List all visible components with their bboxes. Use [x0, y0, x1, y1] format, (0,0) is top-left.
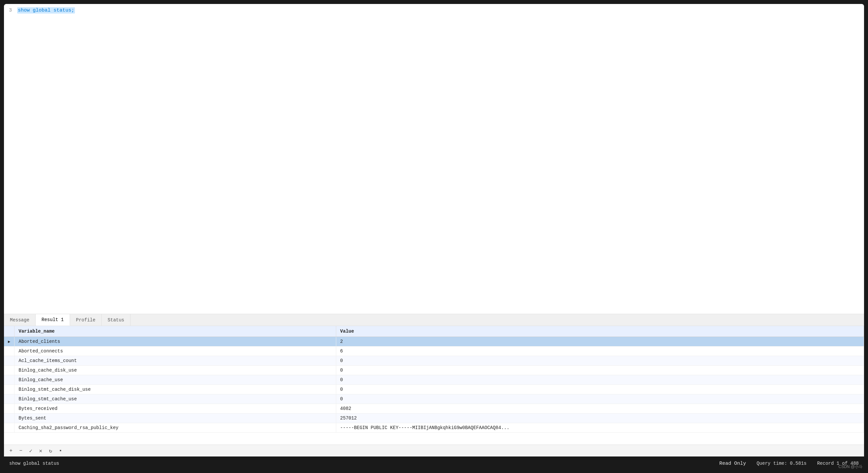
tab-profile[interactable]: Profile: [70, 314, 102, 326]
table-row[interactable]: Binlog_stmt_cache_disk_use0: [4, 385, 864, 395]
toolbar-delete-btn[interactable]: −: [17, 447, 25, 454]
table-row[interactable]: Bytes_received4082: [4, 404, 864, 414]
toolbar-apply-btn[interactable]: ✓: [27, 447, 34, 455]
toolbar-refresh-btn[interactable]: ↻: [47, 447, 54, 455]
status-query-time-value: 0.581s: [790, 461, 807, 466]
cell-variable-name: Aborted_clients: [14, 337, 336, 346]
cell-value: -----BEGIN PUBLIC KEY-----MIIBIjANBgkqhk…: [336, 423, 864, 433]
code-line-3: 3 show global status;: [4, 7, 864, 14]
row-indicator: [4, 404, 14, 414]
code-section[interactable]: 3 show global status;: [4, 4, 864, 314]
result-area[interactable]: Variable_name Value ▶Aborted_clients2Abo…: [4, 326, 864, 445]
tabs-bar: Message Result 1 Profile Status: [4, 314, 864, 326]
status-read-only: Read Only: [719, 461, 746, 466]
result-table: Variable_name Value ▶Aborted_clients2Abo…: [4, 326, 864, 433]
tab-status[interactable]: Status: [102, 314, 130, 326]
row-indicator: [4, 414, 14, 423]
cell-value: 4082: [336, 404, 864, 414]
tab-result1[interactable]: Result 1: [36, 314, 70, 326]
toolbar-bar: + − ✓ ✕ ↻ ▪: [4, 445, 864, 456]
table-row[interactable]: Acl_cache_items_count0: [4, 356, 864, 366]
cell-value: 0: [336, 385, 864, 395]
status-bar: show global status Read Only Query time:…: [4, 456, 864, 470]
toolbar-discard-btn[interactable]: ✕: [37, 447, 44, 455]
status-right: Read Only Query time: 0.581s Record 1 of…: [719, 461, 859, 466]
table-header-row: Variable_name Value: [4, 326, 864, 337]
cell-variable-name: Binlog_cache_disk_use: [14, 366, 336, 375]
row-indicator: [4, 395, 14, 404]
table-row[interactable]: Caching_sha2_password_rsa_public_key----…: [4, 423, 864, 433]
cell-variable-name: Acl_cache_items_count: [14, 356, 336, 366]
cell-value: 2: [336, 337, 864, 346]
cell-variable-name: Caching_sha2_password_rsa_public_key: [14, 423, 336, 433]
row-indicator: [4, 375, 14, 385]
cell-variable-name: Binlog_stmt_cache_disk_use: [14, 385, 336, 395]
tab-message[interactable]: Message: [4, 314, 36, 326]
table-row[interactable]: Bytes_sent257012: [4, 414, 864, 423]
table-row[interactable]: Binlog_cache_use0: [4, 375, 864, 385]
code-highlight: show global status;: [17, 7, 75, 13]
cell-value: 0: [336, 356, 864, 366]
table-row[interactable]: Aborted_connects6: [4, 346, 864, 356]
status-query-time-label: Query time:: [757, 461, 787, 466]
code-content-3: show global status;: [17, 7, 864, 14]
row-indicator: [4, 385, 14, 395]
cell-value: 0: [336, 375, 864, 385]
status-query-text: show global status: [9, 461, 59, 466]
table-body: ▶Aborted_clients2Aborted_connects6Acl_ca…: [4, 337, 864, 433]
cell-variable-name: Bytes_received: [14, 404, 336, 414]
row-indicator-header: [4, 326, 14, 337]
table-row[interactable]: Binlog_cache_disk_use0: [4, 366, 864, 375]
cell-value: 0: [336, 395, 864, 404]
row-indicator: ▶: [4, 337, 14, 346]
editor-area: 3 show global status; Message Result 1 P…: [4, 4, 864, 326]
cell-variable-name: Binlog_cache_use: [14, 375, 336, 385]
cell-value: 0: [336, 366, 864, 375]
status-query-time: Query time: 0.581s: [757, 461, 807, 466]
cell-value: 6: [336, 346, 864, 356]
column-header-value[interactable]: Value: [336, 326, 864, 337]
cell-value: 257012: [336, 414, 864, 423]
column-header-varname[interactable]: Variable_name: [14, 326, 336, 337]
row-indicator: [4, 356, 14, 366]
table-row[interactable]: ▶Aborted_clients2: [4, 337, 864, 346]
cell-variable-name: Binlog_stmt_cache_use: [14, 395, 336, 404]
toolbar-more-btn[interactable]: ▪: [57, 447, 64, 454]
cell-variable-name: Aborted_connects: [14, 346, 336, 356]
cell-variable-name: Bytes_sent: [14, 414, 336, 423]
toolbar-add-btn[interactable]: +: [7, 447, 14, 454]
line-number-3: 3: [4, 7, 17, 14]
watermark: CSDN @小斗: [838, 464, 863, 470]
row-indicator: [4, 423, 14, 433]
table-row[interactable]: Binlog_stmt_cache_use0: [4, 395, 864, 404]
row-indicator: [4, 366, 14, 375]
row-indicator: [4, 346, 14, 356]
